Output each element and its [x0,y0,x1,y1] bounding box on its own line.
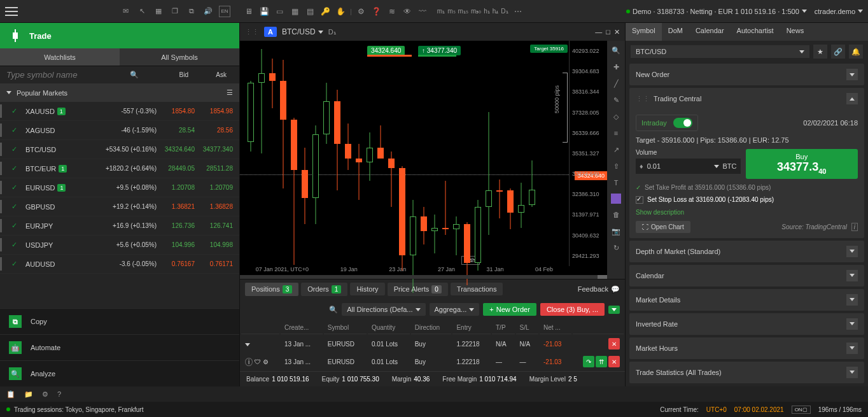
section-depth[interactable]: Depth of Market (Standard) [629,241,864,262]
column-header[interactable]: S/L [516,322,538,334]
tab-transactions[interactable]: Transactions [451,283,503,295]
clipboard-icon[interactable]: 📋 [6,390,15,399]
directions-filter[interactable]: All Directions (Defa... [342,303,425,316]
tab-history[interactable]: History [350,283,384,295]
show-description-link[interactable]: Show description [636,209,858,216]
tf-m15[interactable]: m₁₅ [458,8,468,15]
tab-all-symbols[interactable]: All Symbols [120,48,239,66]
section-new-order[interactable]: New Order [629,64,864,85]
watchlist-row[interactable]: ✓ BTC/EUR 1 +1820.2 (+0.64%) 28449.05 28… [0,159,239,178]
hand-icon[interactable]: ✋ [335,6,346,17]
tf-m30[interactable]: m₃₀ [471,8,481,15]
key-icon[interactable]: 🔑 [319,6,331,17]
shield-icon[interactable]: 🛡 [255,358,261,365]
help-icon[interactable]: ? [57,390,61,398]
column-header[interactable]: T/P [492,322,514,334]
aggregate-filter[interactable]: Aggrega... [430,303,480,316]
column-header[interactable]: Symbol [324,322,367,334]
chart-canvas[interactable]: 34324.640 ↑ 34377.340 Target 35916 50000… [240,41,607,279]
tf-h4[interactable]: h₄ [493,8,499,15]
brush-icon[interactable]: ✎ [610,94,622,106]
mail-icon[interactable]: ✉ [120,6,131,17]
search-icon[interactable]: 🔍 [130,71,139,79]
section-market-details[interactable]: Market Details [629,289,864,311]
text-icon[interactable]: T [610,177,622,188]
chart-timeframe[interactable]: D₁ [328,28,336,36]
section-hours[interactable]: Market Hours [629,337,864,359]
tab-watchlists[interactable]: Watchlists [0,48,120,66]
column-header[interactable]: Net ... [540,322,571,334]
watchlist-row[interactable]: ✓ XAGUSD -46 (-1.59%) 28.54 28.56 [0,121,239,140]
info-icon[interactable]: i [245,358,253,366]
watchlist-row[interactable]: ✓ USDJPY +5.6 (+0.05%) 104.996 104.998 [0,236,239,255]
copy-button[interactable]: ⧉ Copy [0,308,239,334]
tf-m1[interactable]: m₁ [437,8,445,15]
info-icon[interactable]: i [851,223,858,231]
symbol-search-input[interactable] [6,70,125,80]
double-button[interactable]: ⇈ [596,356,607,367]
fib-icon[interactable]: ≡ [610,127,622,139]
tf-m5[interactable]: m₅ [447,8,455,15]
gear-icon[interactable]: ⚙ [263,358,269,365]
search-icon[interactable]: 🔍 [329,306,338,314]
save-icon[interactable]: 💾 [258,6,270,17]
close-position-button[interactable]: ✕ [608,356,620,367]
volume-input[interactable]: ♦ 0.01 BTC [636,159,741,174]
lang-icon[interactable]: EN [219,6,230,17]
watchlist-row[interactable]: ✓ AUDUSD -3.6 (-0.05%) 0.76167 0.76171 [0,255,239,274]
refresh-icon[interactable]: ↻ [610,242,622,253]
gear-icon[interactable]: ⚙ [42,390,48,399]
utc-label[interactable]: UTC+0 [706,406,727,413]
crosshair-icon[interactable]: ✚ [610,61,622,73]
tab-symbol[interactable]: Symbol [626,23,662,41]
bell-icon[interactable]: 🔔 [849,45,863,59]
tab-news[interactable]: News [780,23,811,41]
eye-icon[interactable]: 👁 [402,6,413,17]
close-position-button[interactable]: ✕ [608,338,620,350]
buy-button[interactable]: Buy 34377.340 [746,149,858,179]
layers-icon[interactable]: ≋ [386,6,398,17]
section-inverted[interactable]: Inverted Rate [629,313,864,335]
column-header[interactable]: Quantity [368,322,410,334]
layout-badge[interactable]: A [264,27,277,37]
symbol-select[interactable]: BTC/USD [631,45,809,58]
intraday-toggle[interactable] [673,118,692,128]
four-chart-icon[interactable]: ▦ [289,6,300,17]
column-header[interactable]: Create... [281,322,323,334]
star-icon[interactable]: ★ [813,45,827,59]
arrow-icon[interactable]: ↗ [610,144,622,155]
grid-icon[interactable]: ▦ [153,6,164,17]
tab-orders[interactable]: Orders 1 [301,283,347,296]
link-icon[interactable]: 🔗 [831,45,845,59]
settings-icon[interactable]: ⚙ [356,6,367,17]
tf-d1[interactable]: D₁ [501,8,508,15]
copy-icon[interactable]: ⧉ [186,6,197,17]
grid-chart-icon[interactable]: ▤ [304,6,316,17]
close-dropdown[interactable] [608,306,620,314]
column-header[interactable]: Direction [411,322,452,334]
camera-icon[interactable]: 📷 [610,225,622,237]
tab-dom[interactable]: DoM [662,23,689,41]
tf-h1[interactable]: h₁ [484,8,490,15]
tab-autochartist[interactable]: Autochartist [731,23,780,41]
menu-icon[interactable] [5,7,18,16]
trash-icon[interactable]: 🗑 [610,209,622,220]
minimize-icon[interactable]: — [595,28,602,36]
folder-icon[interactable]: 📁 [24,390,33,399]
section-header-tc[interactable]: ⋮⋮ Trading Central [629,88,864,110]
single-chart-icon[interactable]: ▭ [274,6,285,17]
shapes-icon[interactable]: ◇ [610,111,622,122]
watchlist-row[interactable]: ✓ GBPUSD +19.2 (+0.14%) 1.36821 1.36828 [0,197,239,216]
tab-price-alerts[interactable]: Price Alerts 0 [388,283,448,296]
menu-icon[interactable]: ☰ [227,88,233,97]
chart-scrollbar[interactable] [240,275,607,279]
column-header[interactable]: Entry [452,322,491,334]
new-order-button[interactable]: + New Order [483,303,536,316]
open-chart-button[interactable]: ⛶ Open Chart [636,221,690,233]
section-popular-markets[interactable]: Popular Markets ☰ [0,83,239,102]
reverse-button[interactable]: ↷ [583,356,594,367]
feedback-button[interactable]: Feedback 💬 [578,285,620,293]
tab-calendar[interactable]: Calendar [689,23,731,41]
automate-button[interactable]: 🤖 Automate [0,334,239,360]
maximize-icon[interactable]: □ [606,28,610,36]
